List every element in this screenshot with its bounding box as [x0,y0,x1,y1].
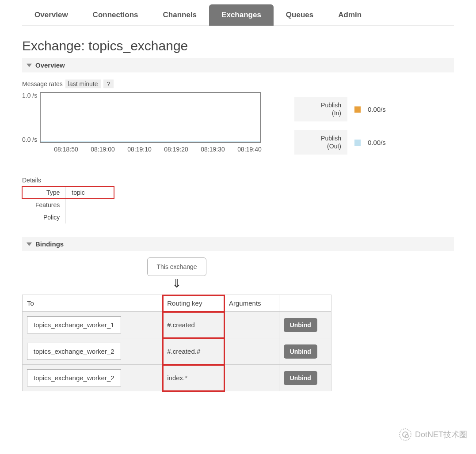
tab-connections[interactable]: Connections [80,4,151,26]
details-label-policy: Policy [22,211,65,223]
details-label-features: Features [22,199,65,211]
chart-plot-area [40,92,261,143]
binding-queue-link[interactable]: topics_exchange_worker_2 [27,369,121,386]
legend-swatch-blue [354,140,361,146]
details-row-features: Features [22,199,114,211]
details-value-type: topic [65,186,114,199]
x-tick: 08:18:50 [48,146,84,153]
chart-x-axis: 08:18:50 08:19:00 08:19:10 08:19:20 08:1… [48,146,268,153]
section-bindings-label: Bindings [35,240,64,248]
tab-channels[interactable]: Channels [151,4,209,26]
binding-queue-link[interactable]: topics_exchange_worker_2 [27,343,121,360]
binding-routing-key: #.created [163,312,225,338]
page-title: Exchange: topics_exchange [22,38,454,53]
down-arrow-icon: ⇓ [22,278,331,289]
chevron-down-icon [27,242,32,246]
bindings-header-row: To Routing key Arguments [23,295,331,312]
details-value-features [65,199,114,211]
legend-publish-in-value: 0.00/s [368,106,386,113]
unbind-button[interactable]: Unbind [284,344,317,359]
binding-routing-key: index.* [163,365,225,391]
message-rates-chart: 1.0 /s 0.0 /s 08:18:50 08:19:00 08:19:10… [22,92,268,153]
details-row-policy: Policy [22,211,114,223]
details-row-type: Type topic [22,186,114,199]
message-rates-chart-row: 1.0 /s 0.0 /s 08:18:50 08:19:00 08:19:10… [22,92,454,155]
x-tick: 08:19:40 [231,146,268,153]
message-rates-range-select[interactable]: last minute [65,79,101,88]
legend-separator [386,92,386,145]
section-overview-header[interactable]: Overview [22,58,454,72]
col-routing-key: Routing key [163,295,225,312]
binding-arguments [225,338,279,365]
legend-publish-in-label: Publish (In) [294,97,347,121]
message-rates-help[interactable]: ? [103,79,114,88]
message-rates-label: Message rates [22,80,63,87]
tab-overview[interactable]: Overview [22,4,80,26]
x-tick: 08:19:30 [194,146,231,153]
chart-legend: Publish (In) 0.00/s Publish (Out) 0.00/s [294,97,386,155]
binding-arguments [225,312,279,338]
chart-y-axis: 1.0 /s 0.0 /s [22,92,40,143]
col-arguments: Arguments [225,295,279,312]
message-rates-controls: Message rates last minute ? [22,79,454,88]
chevron-down-icon [27,64,32,67]
details-label-type: Type [22,186,65,199]
legend-publish-out: Publish (Out) 0.00/s [294,130,386,155]
binding-row: topics_exchange_worker_2 #.created.# Unb… [23,338,331,365]
chart-series-line [41,141,260,142]
y-tick-top: 1.0 /s [22,92,37,99]
details-table: Type topic Features Policy [22,186,114,223]
details-value-policy [65,211,114,223]
tab-admin[interactable]: Admin [326,4,374,26]
this-exchange-box: This exchange [147,257,206,276]
y-tick-bottom: 0.0 /s [22,136,37,143]
section-bindings-header[interactable]: Bindings [22,237,454,251]
page-title-name: topics_exchange [88,38,188,53]
legend-swatch-orange [354,106,361,113]
legend-publish-in: Publish (In) 0.00/s [294,97,386,121]
legend-publish-out-label: Publish (Out) [294,130,347,155]
binding-row: topics_exchange_worker_2 index.* Unbind [23,365,331,391]
legend-publish-out-value: 0.00/s [368,139,386,146]
unbind-button[interactable]: Unbind [284,318,317,332]
unbind-button[interactable]: Unbind [284,371,317,385]
binding-arguments [225,365,279,391]
binding-row: topics_exchange_worker_1 #.created Unbin… [23,312,331,338]
bindings-table: To Routing key Arguments topics_exchange… [22,295,331,391]
details-heading: Details [22,177,454,184]
section-overview-label: Overview [35,61,65,69]
page-title-prefix: Exchange: [22,38,88,53]
binding-queue-link[interactable]: topics_exchange_worker_1 [27,316,121,333]
binding-routing-key: #.created.# [163,338,225,365]
col-to: To [23,295,163,312]
x-tick: 08:19:00 [84,146,121,153]
col-action [279,295,331,312]
tab-queues[interactable]: Queues [274,4,326,26]
x-tick: 08:19:10 [121,146,158,153]
x-tick: 08:19:20 [158,146,194,153]
top-tabs: Overview Connections Channels Exchanges … [22,4,454,26]
tab-exchanges[interactable]: Exchanges [209,4,274,26]
